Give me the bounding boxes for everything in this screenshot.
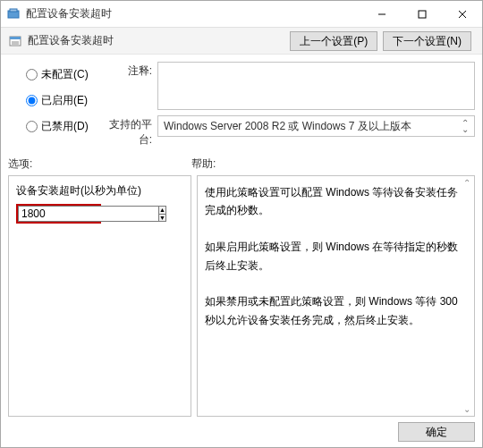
next-setting-button[interactable]: 下一个设置(N) [383,31,471,51]
policy-header: 配置设备安装超时 上一个设置(P) 下一个设置(N) [1,28,482,55]
radio-not-configured[interactable]: 未配置(C) [26,67,93,82]
timeout-label: 设备安装超时(以秒为单位) [16,183,183,199]
window-controls [361,1,482,27]
scroll-up-icon[interactable]: ⌃ [463,178,470,188]
timeout-input[interactable] [18,206,158,222]
policy-title: 配置设备安装超时 [28,33,290,48]
app-icon [6,7,21,21]
radio-disabled-label: 已禁用(D) [41,119,89,134]
supported-platform-box: Windows Server 2008 R2 或 Windows 7 及以上版本… [157,115,475,137]
options-heading: 选项: [8,156,191,172]
platform-label: 支持的平台: [98,115,152,148]
config-right-col: 注释: 支持的平台: Windows Server 2008 R2 或 Wind… [98,62,475,148]
svg-rect-3 [419,11,426,18]
maximize-button[interactable] [402,1,442,27]
radio-not-configured-input[interactable] [26,69,38,80]
radio-disabled-input[interactable] [26,121,38,132]
dialog-window: 配置设备安装超时 配置设备安装超时 上一个设置(P) 下一个设置(N) 未配置(… [0,0,483,448]
minimize-button[interactable] [361,1,402,27]
svg-rect-7 [10,37,21,39]
lower-panels: 设备安装超时(以秒为单位) ▲ ▼ ⌃ 使用此策略设置可以配置 Windows … [1,175,482,422]
radio-enabled-input[interactable] [26,95,38,106]
timeout-input-highlight: ▲ ▼ [16,204,101,224]
timeout-spinner: ▲ ▼ [158,206,166,222]
svg-rect-1 [10,9,17,12]
window-title: 配置设备安装超时 [26,6,361,21]
config-upper-area: 未配置(C) 已启用(E) 已禁用(D) 注释: 支持的平台: Windows … [1,55,482,148]
help-text: 使用此策略设置可以配置 Windows 等待设备安装任务完成的秒数。 如果启用此… [205,183,467,329]
ok-button[interactable]: 确定 [398,422,475,442]
dialog-footer: 确定 [398,422,475,442]
spinner-down-button[interactable]: ▼ [159,215,165,222]
comment-textarea[interactable] [157,62,475,110]
options-panel: 设备安装超时(以秒为单位) ▲ ▼ [8,175,191,417]
policy-icon [8,34,22,48]
comment-label: 注释: [98,62,152,79]
section-labels: 选项: 帮助: [1,148,482,175]
help-panel: ⌃ 使用此策略设置可以配置 Windows 等待设备安装任务完成的秒数。 如果启… [197,175,475,417]
supported-platform-text: Windows Server 2008 R2 或 Windows 7 及以上版本 [164,119,411,134]
help-heading: 帮助: [191,156,475,172]
state-radio-group: 未配置(C) 已启用(E) 已禁用(D) [8,62,93,148]
radio-disabled[interactable]: 已禁用(D) [26,119,93,134]
spinner-up-button[interactable]: ▲ [159,207,165,215]
scroll-down-icon[interactable]: ⌄ [463,404,470,414]
radio-not-configured-label: 未配置(C) [41,67,89,82]
radio-enabled-label: 已启用(E) [41,93,88,108]
prev-setting-button[interactable]: 上一个设置(P) [290,31,377,51]
title-bar: 配置设备安装超时 [1,1,482,28]
caret-down-icon[interactable]: ⌄ [462,126,469,132]
radio-enabled[interactable]: 已启用(E) [26,93,93,108]
close-button[interactable] [442,1,482,27]
